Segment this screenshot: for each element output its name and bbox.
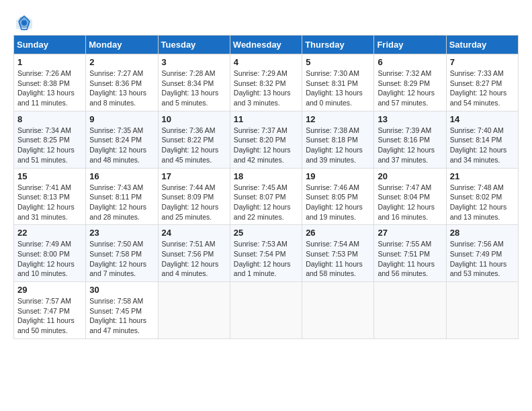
daylight-text: Daylight: 12 hours and 13 minutes. — [450, 203, 507, 221]
sunrise-text: Sunrise: 7:32 AM — [378, 69, 431, 77]
day-number: 8 — [17, 114, 82, 124]
sunset-text: Sunset: 7:49 PM — [450, 250, 502, 258]
sunrise-text: Sunrise: 7:43 AM — [89, 183, 143, 191]
logo-icon — [15, 13, 34, 32]
calendar-cell: 28 Sunrise: 7:56 AM Sunset: 7:49 PM Dayl… — [446, 225, 518, 282]
calendar-table: Sunday Monday Tuesday Wednesday Thursday… — [13, 35, 519, 339]
logo — [13, 13, 34, 30]
sunrise-text: Sunrise: 7:58 AM — [89, 297, 143, 305]
day-number: 29 — [17, 285, 82, 295]
day-info: Sunrise: 7:48 AM Sunset: 8:02 PM Dayligh… — [450, 183, 515, 222]
calendar-cell: 15 Sunrise: 7:41 AM Sunset: 8:13 PM Dayl… — [14, 168, 86, 225]
day-number: 16 — [89, 171, 154, 181]
sunrise-text: Sunrise: 7:36 AM — [162, 126, 216, 134]
day-info: Sunrise: 7:58 AM Sunset: 7:45 PM Dayligh… — [89, 296, 154, 336]
daylight-text: Daylight: 11 hours and 50 minutes. — [17, 316, 75, 334]
calendar-cell: 29 Sunrise: 7:57 AM Sunset: 7:47 PM Dayl… — [14, 282, 86, 339]
day-number: 30 — [89, 285, 154, 295]
sunset-text: Sunset: 7:56 PM — [162, 250, 214, 258]
sunrise-text: Sunrise: 7:56 AM — [450, 240, 504, 248]
day-number: 23 — [89, 228, 154, 238]
calendar-cell: 6 Sunrise: 7:32 AM Sunset: 8:29 PM Dayli… — [374, 54, 446, 111]
sunrise-text: Sunrise: 7:26 AM — [17, 69, 71, 77]
day-info: Sunrise: 7:53 AM Sunset: 7:54 PM Dayligh… — [234, 239, 298, 279]
day-number: 1 — [17, 57, 82, 67]
day-info: Sunrise: 7:43 AM Sunset: 8:11 PM Dayligh… — [89, 183, 154, 222]
day-info: Sunrise: 7:37 AM Sunset: 8:20 PM Dayligh… — [234, 126, 298, 165]
sunrise-text: Sunrise: 7:41 AM — [17, 183, 71, 191]
daylight-text: Daylight: 12 hours and 51 minutes. — [17, 146, 75, 164]
daylight-text: Daylight: 12 hours and 48 minutes. — [89, 146, 146, 164]
calendar-cell: 3 Sunrise: 7:28 AM Sunset: 8:34 PM Dayli… — [158, 54, 230, 111]
daylight-text: Daylight: 12 hours and 10 minutes. — [17, 260, 75, 278]
daylight-text: Daylight: 11 hours and 56 minutes. — [378, 260, 435, 278]
day-info: Sunrise: 7:40 AM Sunset: 8:14 PM Dayligh… — [450, 126, 515, 165]
day-number: 18 — [234, 171, 298, 181]
sunset-text: Sunset: 7:54 PM — [234, 250, 286, 258]
sunset-text: Sunset: 8:16 PM — [378, 136, 430, 144]
sunrise-text: Sunrise: 7:39 AM — [378, 126, 431, 134]
header-tuesday: Tuesday — [158, 36, 230, 54]
sunrise-text: Sunrise: 7:53 AM — [234, 240, 287, 248]
day-info: Sunrise: 7:33 AM Sunset: 8:27 PM Dayligh… — [450, 68, 515, 108]
daylight-text: Daylight: 12 hours and 54 minutes. — [450, 89, 507, 107]
sunrise-text: Sunrise: 7:27 AM — [89, 69, 143, 77]
sunset-text: Sunset: 8:07 PM — [234, 193, 286, 201]
daylight-text: Daylight: 12 hours and 45 minutes. — [162, 146, 219, 164]
daylight-text: Daylight: 12 hours and 4 minutes. — [162, 260, 219, 278]
day-number: 27 — [378, 228, 442, 238]
sunset-text: Sunset: 8:38 PM — [17, 79, 70, 87]
sunset-text: Sunset: 8:00 PM — [17, 250, 70, 258]
sunrise-text: Sunrise: 7:28 AM — [162, 69, 216, 77]
day-number: 21 — [450, 171, 515, 181]
calendar-cell: 9 Sunrise: 7:35 AM Sunset: 8:24 PM Dayli… — [86, 111, 158, 168]
calendar-cell — [374, 282, 446, 339]
calendar-row: 22 Sunrise: 7:49 AM Sunset: 8:00 PM Dayl… — [14, 225, 519, 282]
calendar-cell: 8 Sunrise: 7:34 AM Sunset: 8:25 PM Dayli… — [14, 111, 86, 168]
day-number: 6 — [378, 57, 442, 67]
sunrise-text: Sunrise: 7:47 AM — [378, 183, 431, 191]
day-info: Sunrise: 7:50 AM Sunset: 7:58 PM Dayligh… — [89, 239, 154, 279]
daylight-text: Daylight: 11 hours and 58 minutes. — [306, 260, 363, 278]
calendar-cell: 18 Sunrise: 7:45 AM Sunset: 8:07 PM Dayl… — [230, 168, 302, 225]
day-info: Sunrise: 7:44 AM Sunset: 8:09 PM Dayligh… — [162, 183, 226, 222]
calendar-cell: 7 Sunrise: 7:33 AM Sunset: 8:27 PM Dayli… — [446, 54, 518, 111]
sunrise-text: Sunrise: 7:40 AM — [450, 126, 504, 134]
calendar-row: 1 Sunrise: 7:26 AM Sunset: 8:38 PM Dayli… — [14, 54, 519, 111]
sunset-text: Sunset: 8:34 PM — [162, 79, 214, 87]
day-info: Sunrise: 7:32 AM Sunset: 8:29 PM Dayligh… — [378, 68, 442, 108]
calendar-cell: 25 Sunrise: 7:53 AM Sunset: 7:54 PM Dayl… — [230, 225, 302, 282]
day-number: 14 — [450, 114, 515, 124]
sunrise-text: Sunrise: 7:37 AM — [234, 126, 287, 134]
header-sunday: Sunday — [14, 36, 86, 54]
sunrise-text: Sunrise: 7:34 AM — [17, 126, 71, 134]
day-info: Sunrise: 7:36 AM Sunset: 8:22 PM Dayligh… — [162, 126, 226, 165]
sunset-text: Sunset: 8:32 PM — [234, 79, 286, 87]
calendar-cell — [158, 282, 230, 339]
day-info: Sunrise: 7:46 AM Sunset: 8:05 PM Dayligh… — [306, 183, 370, 222]
sunrise-text: Sunrise: 7:48 AM — [450, 183, 504, 191]
sunrise-text: Sunrise: 7:57 AM — [17, 297, 71, 305]
day-info: Sunrise: 7:47 AM Sunset: 8:04 PM Dayligh… — [378, 183, 442, 222]
day-number: 3 — [162, 57, 226, 67]
calendar-row: 29 Sunrise: 7:57 AM Sunset: 7:47 PM Dayl… — [14, 282, 519, 339]
day-number: 13 — [378, 114, 442, 124]
calendar-cell: 4 Sunrise: 7:29 AM Sunset: 8:32 PM Dayli… — [230, 54, 302, 111]
day-number: 2 — [89, 57, 154, 67]
header-wednesday: Wednesday — [230, 36, 302, 54]
calendar-cell — [230, 282, 302, 339]
sunset-text: Sunset: 8:02 PM — [450, 193, 502, 201]
day-info: Sunrise: 7:57 AM Sunset: 7:47 PM Dayligh… — [17, 296, 82, 336]
calendar-cell: 2 Sunrise: 7:27 AM Sunset: 8:36 PM Dayli… — [86, 54, 158, 111]
day-number: 25 — [234, 228, 298, 238]
calendar-cell: 10 Sunrise: 7:36 AM Sunset: 8:22 PM Dayl… — [158, 111, 230, 168]
daylight-text: Daylight: 12 hours and 39 minutes. — [306, 146, 363, 164]
calendar-cell: 23 Sunrise: 7:50 AM Sunset: 7:58 PM Dayl… — [86, 225, 158, 282]
sunset-text: Sunset: 8:27 PM — [450, 79, 502, 87]
calendar-cell: 17 Sunrise: 7:44 AM Sunset: 8:09 PM Dayl… — [158, 168, 230, 225]
sunset-text: Sunset: 8:14 PM — [450, 136, 502, 144]
sunset-text: Sunset: 8:22 PM — [162, 136, 214, 144]
calendar-cell: 24 Sunrise: 7:51 AM Sunset: 7:56 PM Dayl… — [158, 225, 230, 282]
day-info: Sunrise: 7:51 AM Sunset: 7:56 PM Dayligh… — [162, 239, 226, 279]
header-saturday: Saturday — [446, 36, 518, 54]
